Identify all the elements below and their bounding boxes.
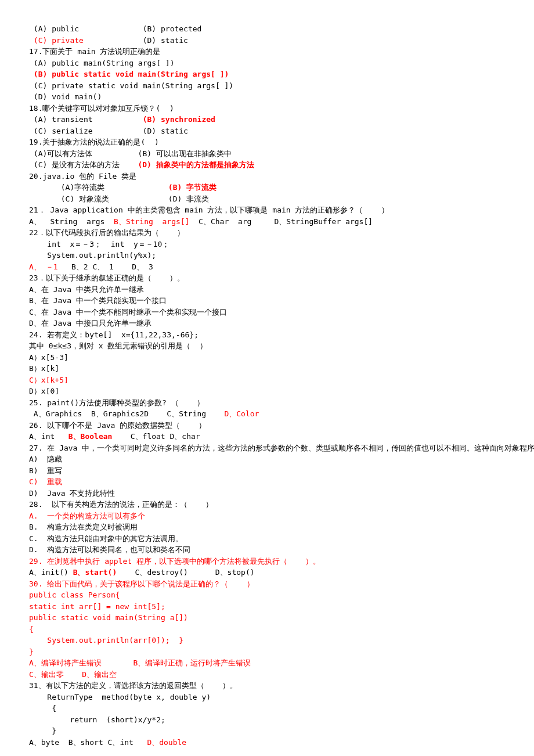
- text-line: 29. 在浏览器中执行 applet 程序，以下选项中的哪个方法将被最先执行（ …: [29, 556, 505, 567]
- text-line: B、在 Java 中一个类只能实现一个接口: [29, 295, 505, 307]
- text-line: D、在 Java 中接口只允许单一继承: [29, 318, 505, 329]
- text-segment: D) Java 不支持此特性: [29, 489, 115, 498]
- text-segment: D、double: [147, 738, 186, 747]
- text-line: public static void main(String a[]): [29, 612, 505, 624]
- text-line: System.out.println(y%x);: [29, 250, 505, 261]
- text-segment: B、String args[]: [114, 217, 189, 226]
- text-segment: C、在 Java 中一个类不能同时继承一个类和实现一个接口: [29, 308, 227, 316]
- text-line: 20.java.io 包的 File 类是: [29, 171, 505, 182]
- text-segment: System.out.println(arr[0]); }: [29, 636, 183, 645]
- text-line: 31、有以下方法的定义，请选择该方法的返回类型（ ）。: [29, 680, 505, 692]
- text-segment: 19.关于抽象方法的说法正确的是( ): [29, 138, 159, 146]
- text-segment: D、Color: [224, 409, 259, 418]
- text-line: (A) transient (B) synchronized: [29, 114, 505, 125]
- text-segment: 17.下面关于 main 方法说明正确的是: [29, 47, 160, 56]
- text-line: (C) private (D) static: [29, 35, 505, 46]
- text-segment: A、 String args: [29, 217, 114, 226]
- text-line: A）x[5-3]: [29, 352, 505, 363]
- text-segment: 20.java.io 包的 File 类是: [29, 172, 136, 181]
- text-line: C. 构造方法只能由对象中的其它方法调用。: [29, 533, 505, 545]
- text-segment: 26. 以下哪个不是 Java 的原始数据类型（ ）: [29, 421, 206, 430]
- text-line: 28. 以下有关构造方法的说法，正确的是：（ ）: [29, 499, 505, 510]
- text-segment: B、Boolean: [68, 432, 113, 441]
- text-segment: 27. 在 Java 中，一个类可同时定义许多同名的方法，这些方法的形式参数的个…: [29, 444, 534, 452]
- text-segment: (C) 是没有方法体的方法: [29, 160, 138, 169]
- document-body: (A) public (B) protected (C) private (D)…: [29, 23, 505, 748]
- text-line: 22．以下代码段执行后的输出结果为（ ）: [29, 227, 505, 239]
- text-segment: 22．以下代码段执行后的输出结果为（ ）: [29, 228, 185, 237]
- text-line: }: [29, 725, 505, 737]
- text-segment: public class Person{: [29, 591, 120, 599]
- text-segment: (B) public static void main(String args[…: [34, 70, 229, 78]
- text-segment: }: [29, 726, 56, 735]
- text-line: B) 重写: [29, 465, 505, 477]
- text-segment: {: [29, 625, 34, 633]
- text-segment: (A) public main(String args[ ]): [29, 59, 174, 67]
- text-segment: (C) private static void main(String args…: [29, 81, 233, 90]
- text-line: C）x[k+5]: [29, 375, 505, 386]
- text-segment: A、int: [29, 432, 68, 441]
- text-line: A、init() B、start() C、destroy() D、stop(): [29, 567, 505, 578]
- text-line: 24. 若有定义：byte[] x={11,22,33,-66};: [29, 329, 505, 341]
- text-segment: A、init(): [29, 568, 73, 577]
- text-segment: B、在 Java 中一个类只能实现一个接口: [29, 296, 167, 305]
- text-line: (A)字符流类 (B) 字节流类: [29, 182, 505, 193]
- text-segment: C) 重载: [29, 477, 62, 486]
- text-line: (A) public (B) protected: [29, 23, 505, 35]
- text-segment: A、编译时将产生错误 B、编译时正确，运行时将产生错误: [29, 658, 251, 667]
- text-line: int x＝－3； int y＝－10；: [29, 239, 505, 250]
- text-line: (C) 对象流类 (D) 非流类: [29, 193, 505, 205]
- text-segment: public static void main(String a[]): [29, 613, 188, 622]
- text-line: A、Graphics B、Graphics2D C、String D、Color: [29, 408, 505, 420]
- text-line: return (short)x/y*2;: [29, 714, 505, 726]
- text-line: }: [29, 646, 505, 658]
- text-line: C、输出零 D、输出空: [29, 669, 505, 681]
- text-segment: (A) transient: [29, 115, 143, 124]
- text-line: 25. paint()方法使用哪种类型的参数? （ ）: [29, 397, 505, 409]
- text-segment: 30. 给出下面代码，关于该程序以下哪个说法是正确的？（ ）: [29, 579, 254, 588]
- text-line: A、在 Java 中类只允许单一继承: [29, 284, 505, 296]
- text-line: D. 构造方法可以和类同名，也可以和类名不同: [29, 544, 505, 556]
- text-line: {: [29, 703, 505, 714]
- text-segment: (A)可以有方法体 (B) 可以出现在非抽象类中: [29, 149, 232, 158]
- text-segment: 31、有以下方法的定义，请选择该方法的返回类型（ ）。: [29, 681, 237, 690]
- text-segment: [29, 36, 34, 45]
- text-line: 17.下面关于 main 方法说明正确的是: [29, 46, 505, 57]
- text-line: A、 －1 B、2 C、 1 D、 3: [29, 261, 505, 273]
- text-segment: B、start(): [73, 568, 117, 577]
- text-line: A. 一个类的构造方法可以有多个: [29, 510, 505, 522]
- text-segment: A) 隐藏: [29, 455, 62, 463]
- text-segment: C、float D、char: [112, 432, 200, 441]
- text-line: ReturnType method(byte x, double y): [29, 692, 505, 703]
- text-line: A、byte B、short C、int D、double: [29, 737, 505, 748]
- text-line: B. 构造方法在类定义时被调用: [29, 521, 505, 533]
- text-line: {: [29, 624, 505, 635]
- text-line: D) Java 不支持此特性: [29, 488, 505, 499]
- text-line: C、在 Java 中一个类不能同时继承一个类和实现一个接口: [29, 307, 505, 318]
- text-line: 18.哪个关键字可以对对象加互斥锁？( ): [29, 103, 505, 114]
- text-line: 26. 以下哪个不是 Java 的原始数据类型（ ）: [29, 420, 505, 431]
- text-segment: (C) serialize (D) static: [29, 127, 188, 135]
- text-line: 19.关于抽象方法的说法正确的是( ): [29, 136, 505, 148]
- text-segment: 28. 以下有关构造方法的说法，正确的是：（ ）: [29, 500, 213, 509]
- text-line: 30. 给出下面代码，关于该程序以下哪个说法是正确的？（ ）: [29, 578, 505, 590]
- text-segment: D. 构造方法可以和类同名，也可以和类名不同: [29, 545, 190, 554]
- text-line: A、int B、Boolean C、float D、char: [29, 431, 505, 442]
- text-segment: A、 －1: [29, 262, 57, 271]
- text-segment: (B) synchronized: [143, 115, 215, 124]
- text-segment: System.out.println(y%x);: [29, 251, 156, 260]
- text-segment: (B) 字节流类: [168, 183, 217, 192]
- text-segment: B）x[k]: [29, 364, 59, 373]
- text-segment: }: [29, 647, 34, 656]
- text-segment: 21． Java application 中的主类需包含 main 方法，以下哪…: [29, 206, 389, 214]
- text-line: (C) 是没有方法体的方法 (D) 抽象类中的方法都是抽象方法: [29, 159, 505, 171]
- text-line: static int arr[] = new int[5];: [29, 601, 505, 613]
- text-line: (A)可以有方法体 (B) 可以出现在非抽象类中: [29, 148, 505, 160]
- text-segment: A. 一个类的构造方法可以有多个: [29, 512, 145, 520]
- text-segment: D）x[0]: [29, 387, 59, 395]
- text-segment: C、destroy() D、stop(): [117, 568, 254, 577]
- text-segment: (A) public (B) protected: [29, 24, 201, 33]
- text-line: public class Person{: [29, 589, 505, 601]
- text-line: System.out.println(arr[0]); }: [29, 635, 505, 646]
- text-segment: A、byte B、short C、int: [29, 738, 147, 747]
